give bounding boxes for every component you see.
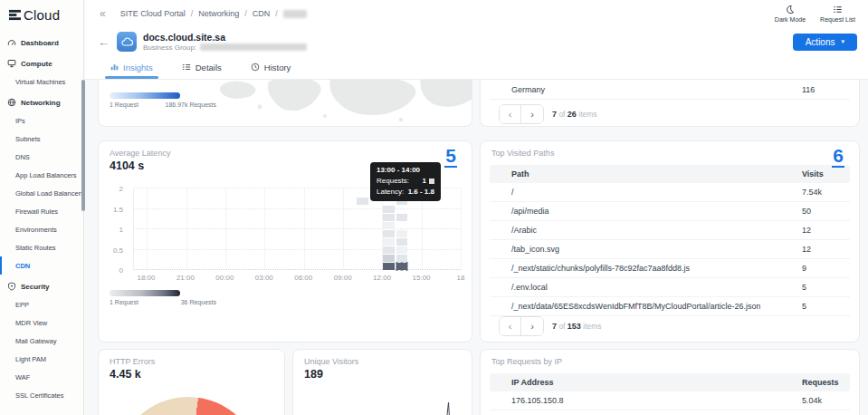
card-title: Top Visited Paths [491,149,554,158]
sidebar-item-cdn[interactable]: CDN [0,256,83,275]
breadcrumb-separator: / [244,9,247,18]
actions-button[interactable]: Actions ▾ [793,34,857,51]
tooltip-latency-value: 1.6 - 1.8 [408,187,434,198]
heatmap-cell[interactable] [383,230,394,237]
heatmap-cell[interactable] [396,214,407,221]
sidebar-item-dns[interactable]: DNS [0,148,83,166]
sidebar-item-ips[interactable]: IPs [0,111,83,130]
page-number: 7 [552,110,557,119]
sidebar-item-label: WAF [15,373,30,381]
gridline-horizontal [134,249,461,250]
sidebar-item-networking[interactable]: Networking [0,93,83,111]
heatmap-cell[interactable] [383,214,394,221]
heatmap-cell[interactable] [396,255,407,262]
requests-cell: 5.04k [802,396,822,405]
sidebar-item-label: Light PAM [15,355,46,363]
unique-visitors-value: 189 [304,368,323,381]
heatmap-cell[interactable] [383,255,394,262]
prev-page-button[interactable]: ‹ [500,317,521,335]
sidebar-item-label: Environments [15,226,57,234]
vertical-scrollbar[interactable] [81,80,85,211]
breadcrumb-item-portal[interactable]: SITE Cloud Portal [120,9,186,18]
annotation-badge-5: 5 [444,146,457,168]
sidebar-item-label: IPs [15,117,25,125]
sidebar-item-dashboard[interactable]: Dashboard [0,34,83,52]
sidebar-item-mail-gateway[interactable]: Mail Gateway [0,332,83,350]
heatmap-cell[interactable] [396,246,407,254]
heatmap-cell[interactable] [383,263,394,270]
visits-cell: 50 [802,207,811,216]
tab-insights[interactable]: Insights [96,56,167,79]
gridline-vertical [343,188,344,270]
next-page-button[interactable]: › [521,105,543,123]
table-row: /_next/data/65ES8xcdsWenIdbFMfT8B/MyClou… [490,297,850,316]
collapse-sidebar-icon[interactable]: « [100,7,106,20]
tab-bar: Insights Details History [85,56,868,80]
table-header: IP Address Requests [490,373,850,391]
y-tick-label: 2 [119,185,123,193]
top-bar: « SITE Cloud Portal / Networking / CDN /… [85,0,868,27]
path-cell: / [490,188,514,197]
prev-page-button[interactable]: ‹ [500,105,521,123]
brand-logo[interactable]: Cloud [0,0,83,31]
breadcrumb-item-networking[interactable]: Networking [198,9,239,18]
sidebar-item-global-load-balancers[interactable]: Global Load Balancers [0,184,83,202]
heatmap-cell[interactable] [396,263,407,270]
gridline-horizontal [134,208,461,209]
sidebar-item-waf[interactable]: WAF [0,368,83,386]
heatmap-cell[interactable] [383,246,394,254]
sidebar-item-static-routes[interactable]: Static Routes [0,238,83,256]
card-title: Unique Visitors [304,357,358,366]
sidebar-item-subnets[interactable]: Subnets [0,130,83,148]
top-countries-card: Germany 116 ‹ › 7 of 26 items [480,80,860,127]
top-visited-paths-card: Top Visited Paths 6 Path Visits /7.54k/a… [480,140,860,343]
tab-details[interactable]: Details [167,56,236,79]
next-page-button[interactable]: › [521,317,543,335]
latency-legend-max: 36 Requests [181,299,216,305]
page-number: 7 [552,322,557,331]
sidebar-item-virtual-machines[interactable]: Virtual Machines [0,72,83,91]
visits-cell: 9 [802,264,806,273]
table-row: 176.105.150.85.04k [490,391,850,410]
visits-cell: 5 [802,302,806,311]
sidebar-item-label: SSL Certificates [15,391,64,400]
tooltip-latency-label: Latency: [377,187,404,198]
sidebar-item-ssl-certificates[interactable]: SSL Certificates [0,386,83,404]
table-row: /tab_icon.svg12 [490,240,850,259]
sidebar-item-environments[interactable]: Environments [0,220,83,238]
column-header-path: Path [490,169,529,179]
sidebar-item-mdr-view[interactable]: MDR View [0,314,83,332]
breadcrumb-item-cdn[interactable]: CDN [253,9,271,18]
sidebar-item-firewall-rules[interactable]: Firewall Rules [0,202,83,220]
moon-icon [785,5,795,15]
visits-cell: 5 [802,283,806,292]
heatmap-cell[interactable] [357,198,367,205]
sidebar-item-label: Virtual Machines [15,78,65,86]
gridline-vertical [186,188,187,270]
of-label: of [558,322,565,331]
sidebar-item-label: Networking [21,99,61,107]
breadcrumb-separator: / [191,9,194,18]
heatmap-cell[interactable] [383,238,394,246]
heatmap-cell[interactable] [383,206,394,213]
x-tick-label: 00:00 [215,274,234,282]
sidebar-item-label: Subnets [15,135,41,143]
pagination-status: 7 of 26 items [552,110,597,119]
sidebar-item-app-load-balancers[interactable]: App Load Balancers [0,166,83,184]
dark-mode-button[interactable]: Dark Mode [775,5,806,23]
sidebar-item-light-pam[interactable]: Light PAM [0,350,83,368]
heatmap-cell[interactable] [383,222,394,229]
world-map [215,80,472,127]
heatmap-cell[interactable] [396,230,407,237]
heatmap-cell[interactable] [396,238,407,246]
sidebar-item-epp[interactable]: EPP [0,295,83,314]
tab-history[interactable]: History [236,56,306,79]
sidebar-item-label: CDN [15,262,30,270]
sidebar-item-security[interactable]: Security [0,277,83,295]
dark-mode-label: Dark Mode [775,16,806,23]
paths-table-body: /7.54k/api/media50/Arabic12/tab_icon.svg… [490,183,850,316]
sidebar-item-compute[interactable]: Compute [0,54,83,72]
request-list-button[interactable]: Request List [820,5,855,23]
back-arrow-icon[interactable]: ← [98,35,110,49]
resource-title: docs.cloud.site.sa [143,32,307,43]
